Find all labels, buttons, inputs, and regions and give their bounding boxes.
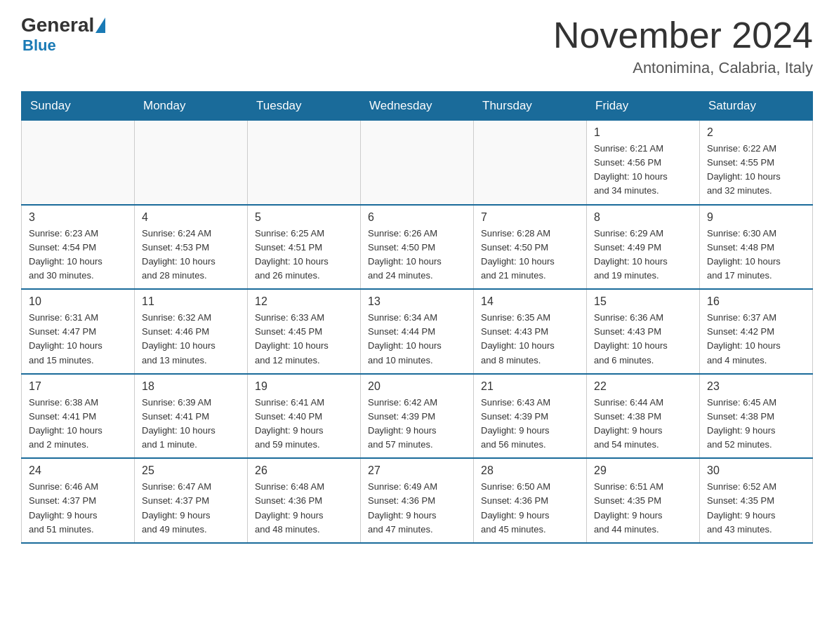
- weekday-header-row: SundayMondayTuesdayWednesdayThursdayFrid…: [22, 92, 813, 121]
- day-number: 22: [594, 380, 692, 393]
- calendar-table: SundayMondayTuesdayWednesdayThursdayFrid…: [21, 91, 813, 544]
- day-cell: 29Sunrise: 6:51 AMSunset: 4:35 PMDayligh…: [587, 458, 700, 543]
- day-cell: 16Sunrise: 6:37 AMSunset: 4:42 PMDayligh…: [700, 289, 813, 374]
- day-cell: 20Sunrise: 6:42 AMSunset: 4:39 PMDayligh…: [361, 374, 474, 459]
- weekday-header-thursday: Thursday: [474, 92, 587, 121]
- logo-general-text: General: [21, 14, 94, 36]
- day-number: 3: [29, 211, 127, 224]
- day-info: Sunrise: 6:33 AMSunset: 4:45 PMDaylight:…: [255, 311, 353, 368]
- day-info: Sunrise: 6:35 AMSunset: 4:43 PMDaylight:…: [481, 311, 579, 368]
- day-cell: 17Sunrise: 6:38 AMSunset: 4:41 PMDayligh…: [22, 374, 135, 459]
- day-number: 21: [481, 380, 579, 393]
- day-info: Sunrise: 6:26 AMSunset: 4:50 PMDaylight:…: [368, 227, 466, 283]
- day-number: 9: [707, 211, 805, 224]
- day-number: 6: [368, 211, 466, 224]
- day-info: Sunrise: 6:31 AMSunset: 4:47 PMDaylight:…: [29, 311, 127, 368]
- weekday-header-tuesday: Tuesday: [248, 92, 361, 121]
- day-info: Sunrise: 6:37 AMSunset: 4:42 PMDaylight:…: [707, 311, 805, 368]
- day-cell: 13Sunrise: 6:34 AMSunset: 4:44 PMDayligh…: [361, 289, 474, 374]
- weekday-header-monday: Monday: [135, 92, 248, 121]
- day-cell: 4Sunrise: 6:24 AMSunset: 4:53 PMDaylight…: [135, 205, 248, 290]
- day-number: 13: [368, 295, 466, 308]
- day-info: Sunrise: 6:52 AMSunset: 4:35 PMDaylight:…: [707, 480, 805, 537]
- day-cell: 8Sunrise: 6:29 AMSunset: 4:49 PMDaylight…: [587, 205, 700, 290]
- day-info: Sunrise: 6:51 AMSunset: 4:35 PMDaylight:…: [594, 480, 692, 537]
- logo-top: General: [21, 14, 107, 36]
- day-cell: 11Sunrise: 6:32 AMSunset: 4:46 PMDayligh…: [135, 289, 248, 374]
- day-number: 26: [255, 464, 353, 477]
- day-number: 19: [255, 380, 353, 393]
- day-info: Sunrise: 6:34 AMSunset: 4:44 PMDaylight:…: [368, 311, 466, 368]
- page-header: General Blue November 2024 Antonimina, C…: [21, 14, 813, 77]
- day-info: Sunrise: 6:36 AMSunset: 4:43 PMDaylight:…: [594, 311, 692, 368]
- day-number: 15: [594, 295, 692, 308]
- day-cell: 25Sunrise: 6:47 AMSunset: 4:37 PMDayligh…: [135, 458, 248, 543]
- day-cell: 19Sunrise: 6:41 AMSunset: 4:40 PMDayligh…: [248, 374, 361, 459]
- day-number: 20: [368, 380, 466, 393]
- day-info: Sunrise: 6:23 AMSunset: 4:54 PMDaylight:…: [29, 227, 127, 283]
- day-number: 8: [594, 211, 692, 224]
- day-cell: 7Sunrise: 6:28 AMSunset: 4:50 PMDaylight…: [474, 205, 587, 290]
- day-number: 10: [29, 295, 127, 308]
- day-cell: 3Sunrise: 6:23 AMSunset: 4:54 PMDaylight…: [22, 205, 135, 290]
- day-number: 7: [481, 211, 579, 224]
- day-info: Sunrise: 6:50 AMSunset: 4:36 PMDaylight:…: [481, 480, 579, 537]
- day-number: 2: [707, 126, 805, 139]
- logo-triangle-icon: [95, 18, 105, 33]
- day-info: Sunrise: 6:28 AMSunset: 4:50 PMDaylight:…: [481, 227, 579, 283]
- day-cell: 9Sunrise: 6:30 AMSunset: 4:48 PMDaylight…: [700, 205, 813, 290]
- week-row-3: 10Sunrise: 6:31 AMSunset: 4:47 PMDayligh…: [22, 289, 813, 374]
- day-cell: [474, 121, 587, 205]
- day-number: 30: [707, 464, 805, 477]
- day-info: Sunrise: 6:49 AMSunset: 4:36 PMDaylight:…: [368, 480, 466, 537]
- day-info: Sunrise: 6:22 AMSunset: 4:55 PMDaylight:…: [707, 142, 805, 199]
- day-number: 12: [255, 295, 353, 308]
- day-info: Sunrise: 6:24 AMSunset: 4:53 PMDaylight:…: [142, 227, 240, 283]
- day-info: Sunrise: 6:32 AMSunset: 4:46 PMDaylight:…: [142, 311, 240, 368]
- location-text: Antonimina, Calabria, Italy: [553, 59, 813, 77]
- day-cell: 30Sunrise: 6:52 AMSunset: 4:35 PMDayligh…: [700, 458, 813, 543]
- day-number: 29: [594, 464, 692, 477]
- day-info: Sunrise: 6:48 AMSunset: 4:36 PMDaylight:…: [255, 480, 353, 537]
- day-info: Sunrise: 6:38 AMSunset: 4:41 PMDaylight:…: [29, 396, 127, 452]
- week-row-4: 17Sunrise: 6:38 AMSunset: 4:41 PMDayligh…: [22, 374, 813, 459]
- day-info: Sunrise: 6:25 AMSunset: 4:51 PMDaylight:…: [255, 227, 353, 283]
- day-number: 24: [29, 464, 127, 477]
- day-number: 23: [707, 380, 805, 393]
- day-cell: 18Sunrise: 6:39 AMSunset: 4:41 PMDayligh…: [135, 374, 248, 459]
- day-cell: 1Sunrise: 6:21 AMSunset: 4:56 PMDaylight…: [587, 121, 700, 205]
- day-number: 1: [594, 126, 692, 139]
- day-number: 28: [481, 464, 579, 477]
- day-info: Sunrise: 6:44 AMSunset: 4:38 PMDaylight:…: [594, 396, 692, 452]
- day-number: 14: [481, 295, 579, 308]
- day-number: 4: [142, 211, 240, 224]
- day-cell: 21Sunrise: 6:43 AMSunset: 4:39 PMDayligh…: [474, 374, 587, 459]
- day-number: 11: [142, 295, 240, 308]
- title-block: November 2024 Antonimina, Calabria, Ital…: [553, 14, 813, 77]
- day-info: Sunrise: 6:46 AMSunset: 4:37 PMDaylight:…: [29, 480, 127, 537]
- week-row-1: 1Sunrise: 6:21 AMSunset: 4:56 PMDaylight…: [22, 121, 813, 205]
- day-cell: 14Sunrise: 6:35 AMSunset: 4:43 PMDayligh…: [474, 289, 587, 374]
- week-row-5: 24Sunrise: 6:46 AMSunset: 4:37 PMDayligh…: [22, 458, 813, 543]
- day-number: 5: [255, 211, 353, 224]
- weekday-header-saturday: Saturday: [700, 92, 813, 121]
- day-cell: 10Sunrise: 6:31 AMSunset: 4:47 PMDayligh…: [22, 289, 135, 374]
- day-cell: 28Sunrise: 6:50 AMSunset: 4:36 PMDayligh…: [474, 458, 587, 543]
- weekday-header-wednesday: Wednesday: [361, 92, 474, 121]
- day-info: Sunrise: 6:43 AMSunset: 4:39 PMDaylight:…: [481, 396, 579, 452]
- week-row-2: 3Sunrise: 6:23 AMSunset: 4:54 PMDaylight…: [22, 205, 813, 290]
- day-cell: [361, 121, 474, 205]
- day-info: Sunrise: 6:42 AMSunset: 4:39 PMDaylight:…: [368, 396, 466, 452]
- logo: General Blue: [21, 14, 107, 55]
- day-info: Sunrise: 6:41 AMSunset: 4:40 PMDaylight:…: [255, 396, 353, 452]
- day-info: Sunrise: 6:29 AMSunset: 4:49 PMDaylight:…: [594, 227, 692, 283]
- day-cell: 2Sunrise: 6:22 AMSunset: 4:55 PMDaylight…: [700, 121, 813, 205]
- day-cell: 26Sunrise: 6:48 AMSunset: 4:36 PMDayligh…: [248, 458, 361, 543]
- day-number: 27: [368, 464, 466, 477]
- month-title: November 2024: [553, 14, 813, 56]
- day-info: Sunrise: 6:39 AMSunset: 4:41 PMDaylight:…: [142, 396, 240, 452]
- day-cell: 15Sunrise: 6:36 AMSunset: 4:43 PMDayligh…: [587, 289, 700, 374]
- day-info: Sunrise: 6:45 AMSunset: 4:38 PMDaylight:…: [707, 396, 805, 452]
- day-cell: 27Sunrise: 6:49 AMSunset: 4:36 PMDayligh…: [361, 458, 474, 543]
- day-cell: 12Sunrise: 6:33 AMSunset: 4:45 PMDayligh…: [248, 289, 361, 374]
